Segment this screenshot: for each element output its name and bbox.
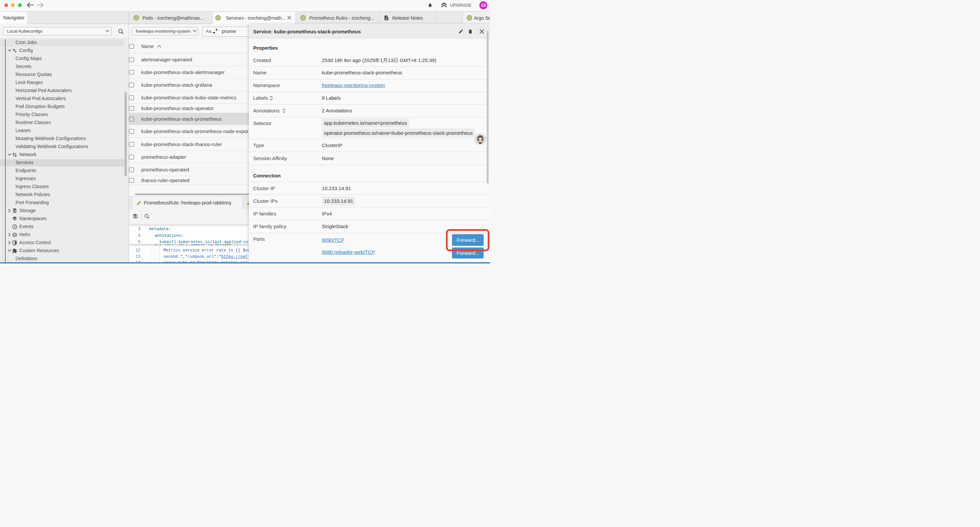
svg-text:HELM: HELM [13,234,16,236]
